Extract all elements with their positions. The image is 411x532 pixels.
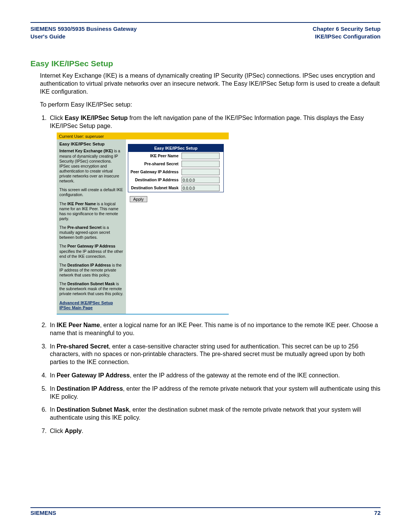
sidebar-para-2: This screen will create a default IKE co… xyxy=(59,187,123,197)
s2a: In xyxy=(50,322,57,328)
screenshot-body: Easy IKE/IPSec Setup Internet Key Exchan… xyxy=(57,139,229,314)
sidebar-para-1: Internet Key Exchange (IKE) is a means o… xyxy=(59,149,123,184)
sidebar-para-4: The Pre-shared Secret is a mutually agre… xyxy=(59,225,123,240)
current-user-bar: Current User: superuser xyxy=(57,133,229,139)
s2b: IKE Peer Name xyxy=(57,322,100,328)
p4b: Pre-shared Secret xyxy=(67,225,102,230)
footer-page-number: 72 xyxy=(374,510,381,516)
header-chapter: Chapter 6 Security Setup xyxy=(313,25,381,33)
embedded-screenshot: Current User: superuser Easy IKE/IPSec S… xyxy=(57,133,229,315)
sidebar-para-7: The Destination Subnet Mask is the subne… xyxy=(59,281,123,296)
section-title: Easy IKE/IPSec Setup xyxy=(30,59,381,68)
s4c: , enter the IP address of the gateway at… xyxy=(130,372,340,379)
sidebar-title: Easy IKE/IPSec Setup xyxy=(59,141,123,147)
footer-brand: SIEMENS xyxy=(30,510,56,516)
input-ike-peer-name[interactable] xyxy=(182,153,220,159)
step-2: In IKE Peer Name, enter a logical name f… xyxy=(48,321,381,337)
link-ipsec-main[interactable]: IPSec Main Page xyxy=(59,305,123,311)
s7a: Click xyxy=(50,428,65,434)
p5b: Peer Gateway IP Address xyxy=(67,244,115,248)
p3a: The xyxy=(59,201,67,206)
label-preshared-secret: Pre-shared Secret xyxy=(128,160,180,168)
form-title: Easy IKE/IPSec Setup xyxy=(128,144,223,152)
step-3: In Pre-shared Secret, enter a case-sensi… xyxy=(48,343,381,366)
page: SIEMENS 5930/5935 Business Gateway User'… xyxy=(0,0,411,532)
p5a: The xyxy=(59,244,67,248)
setup-form-table: Easy IKE/IPSec Setup IKE Peer Name Pre-s… xyxy=(128,144,224,192)
s3b: Pre-shared Secret xyxy=(57,343,109,350)
lead-in-text: To perform Easy IKE/IPSec setup: xyxy=(40,101,381,109)
s7c: . xyxy=(82,428,83,434)
step-1: Click Easy IKE/IPSec Setup from the left… xyxy=(48,114,381,315)
link-advanced-setup[interactable]: Advanced IKE/IPSec Setup xyxy=(59,300,123,306)
header-left: SIEMENS 5930/5935 Business Gateway User'… xyxy=(30,25,137,40)
page-header: SIEMENS 5930/5935 Business Gateway User'… xyxy=(30,25,381,40)
step-5: In Destination IP Address, enter the IP … xyxy=(48,385,381,401)
step-1-text-a: Click xyxy=(50,115,65,121)
s4a: In xyxy=(50,372,57,379)
label-peer-gateway-ip: Peer Gateway IP Address xyxy=(128,168,180,176)
p4a: The xyxy=(59,225,67,230)
s6a: In xyxy=(50,406,57,413)
header-product: SIEMENS 5930/5935 Business Gateway xyxy=(30,25,137,33)
header-guide: User's Guide xyxy=(30,33,137,40)
step-4: In Peer Gateway IP Address, enter the IP… xyxy=(48,372,381,380)
p6b: Destination IP Address xyxy=(67,263,111,267)
input-peer-gateway-ip[interactable] xyxy=(182,169,220,175)
s7b: Apply xyxy=(65,428,81,434)
screenshot-form-area: Easy IKE/IPSec Setup IKE Peer Name Pre-s… xyxy=(126,139,229,314)
content-body: Internet Key Exchange (IKE) is a means o… xyxy=(40,72,381,435)
input-preshared-secret[interactable] xyxy=(182,161,220,167)
p7a: The xyxy=(59,281,67,286)
s6b: Destination Subnet Mask xyxy=(57,406,129,413)
intro-paragraph: Internet Key Exchange (IKE) is a means o… xyxy=(40,72,381,96)
header-right: Chapter 6 Security Setup IKE/IPSec Confi… xyxy=(313,25,381,40)
p6a: The xyxy=(59,263,67,267)
sidebar-para-6: The Destination IP Address is the IP add… xyxy=(59,263,123,278)
step-1-bold: Easy IKE/IPSec Setup xyxy=(65,115,127,121)
sidebar-para-1-rest: is a means of dynamically creating IP Se… xyxy=(59,149,120,183)
page-footer: SIEMENS 72 xyxy=(30,507,381,516)
sidebar-para-3: The IKE Peer Name is a logical name for … xyxy=(59,201,123,222)
p3b: IKE Peer Name xyxy=(67,201,96,206)
label-ike-peer-name: IKE Peer Name xyxy=(128,152,180,160)
s3a: In xyxy=(50,343,57,350)
footer-rule xyxy=(30,507,381,508)
step-6: In Destination Subnet Mask, enter the de… xyxy=(48,406,381,422)
sidebar-para-1-bold: Internet Key Exchange (IKE) xyxy=(59,149,113,153)
label-destination-ip: Destination IP Address xyxy=(128,176,180,184)
p5c: specifies the IP address of the other en… xyxy=(59,249,123,259)
apply-button[interactable]: Apply xyxy=(130,196,147,202)
input-destination-mask[interactable] xyxy=(182,185,220,191)
s5a: In xyxy=(50,385,57,392)
screenshot-sidebar: Easy IKE/IPSec Setup Internet Key Exchan… xyxy=(57,139,126,314)
label-destination-mask: Destination Subnet Mask xyxy=(128,184,180,192)
steps-list: Click Easy IKE/IPSec Setup from the left… xyxy=(40,114,381,435)
p7b: Destination Subnet Mask xyxy=(67,281,115,286)
s5b: Destination IP Address xyxy=(57,385,123,392)
input-destination-ip[interactable] xyxy=(182,177,220,183)
s4b: Peer Gateway IP Address xyxy=(57,372,130,379)
header-rule xyxy=(30,22,381,23)
step-7: Click Apply. xyxy=(48,427,381,435)
header-section: IKE/IPSec Configuration xyxy=(313,33,381,40)
sidebar-para-5: The Peer Gateway IP Address specifies th… xyxy=(59,244,123,259)
